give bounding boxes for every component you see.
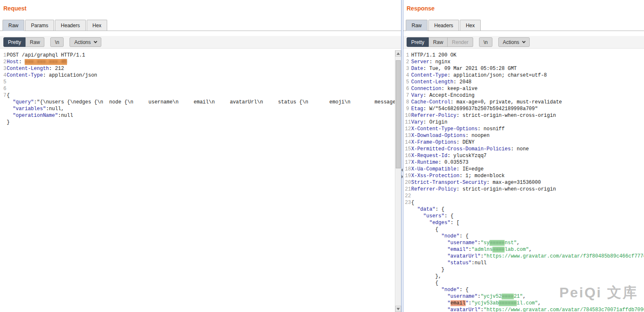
request-editor[interactable]: 1POST /api/graphql HTTP/1.12Host: xxx.xx…	[0, 50, 395, 312]
code-segment: X-Ua-Compatible	[411, 166, 456, 172]
code-segment: "	[447, 300, 450, 306]
line-number: 20	[403, 179, 411, 186]
code-segment: : nginx	[429, 59, 450, 65]
request-pretty-button[interactable]: Pretty	[3, 37, 26, 47]
code-line: "variables":null,	[0, 106, 395, 112]
line-number	[403, 293, 411, 300]
line-number: 2	[403, 59, 411, 65]
code-segment: :	[469, 247, 471, 253]
response-tab-headers[interactable]: Headers	[428, 20, 459, 31]
code-segment: : {	[459, 233, 469, 239]
splitter-collapse-left-icon[interactable]	[401, 168, 403, 172]
line-number	[403, 300, 411, 307]
request-tab-hex[interactable]: Hex	[87, 20, 107, 31]
code-segment	[411, 253, 447, 259]
code-line: 5Content-Length: 2048	[403, 79, 644, 85]
request-tab-headers[interactable]: Headers	[55, 20, 85, 31]
request-actions-button[interactable]: Actions	[70, 37, 101, 47]
response-raw-button[interactable]: Raw	[429, 37, 448, 47]
code-line: }	[403, 266, 644, 273]
code-line: {	[403, 280, 644, 286]
line-text: "status":null	[411, 260, 487, 266]
code-line: 3Content-Length: 212	[0, 65, 395, 72]
code-segment: "ycjv52	[481, 294, 502, 299]
code-segment: nst"	[505, 240, 517, 246]
line-number	[403, 206, 411, 213]
code-segment	[411, 233, 441, 239]
code-segment: "avatarUrl"	[447, 253, 480, 259]
line-number	[403, 219, 411, 226]
line-number	[403, 240, 411, 246]
code-segment: }	[411, 267, 444, 273]
line-text: "node": {	[411, 286, 469, 293]
line-text: }	[411, 266, 444, 273]
line-text: Strict-Transport-Security: max-age=31536…	[411, 179, 541, 186]
line-text: {	[411, 280, 438, 286]
code-line: "query":"{\nusers {\nedges {\n node {\n …	[0, 99, 395, 106]
code-segment: 21"	[514, 294, 523, 299]
code-line: 1HTTP/1.1 200 OK	[403, 52, 644, 59]
code-line: 20Strict-Transport-Security: max-age=315…	[403, 179, 644, 186]
response-newline-button[interactable]: \n	[479, 37, 492, 47]
code-line: 4Content-Type: application/json; charset…	[403, 72, 644, 79]
response-panel: Response Raw Headers Hex Pretty Raw Rend…	[403, 0, 644, 312]
scroll-up-icon[interactable]	[395, 50, 401, 57]
line-number: 1	[403, 52, 411, 59]
code-line: 21Referrer-Policy: strict-origin-when-cr…	[403, 186, 644, 193]
code-line: 7{	[0, 92, 395, 99]
line-text: Vary: Accept-Encoding	[411, 92, 474, 99]
code-line: {	[403, 226, 644, 233]
response-render-button: Render	[448, 37, 473, 47]
line-text: X-Content-Type-Options: nosniff	[411, 126, 505, 132]
code-segment	[7, 113, 13, 119]
code-segment: POST /api/graphql HTTP/1.1	[7, 52, 85, 58]
request-raw-button[interactable]: Raw	[26, 37, 44, 47]
line-number: 7	[0, 92, 7, 99]
response-pretty-button[interactable]: Pretty	[407, 37, 429, 47]
line-number: 14	[403, 139, 411, 146]
line-number: 22	[403, 193, 411, 199]
response-tab-hex[interactable]: Hex	[460, 20, 480, 31]
line-number: 4	[403, 72, 411, 79]
line-text: "variables":null,	[7, 106, 64, 112]
redacted-text: xxxxx	[489, 240, 505, 246]
line-text: }	[7, 119, 10, 126]
scrollbar-thumb[interactable]	[396, 60, 401, 168]
code-segment	[7, 99, 13, 105]
request-tab-raw[interactable]: Raw	[3, 20, 24, 31]
code-segment: "https://www.gravatar.com/avatar/784583c…	[484, 307, 644, 312]
code-segment: : strict-origin-when-cross-origin	[456, 113, 556, 119]
code-segment: X-Request-Id	[411, 153, 447, 159]
line-text: Cache-Control: max-age=0, private, must-…	[411, 99, 562, 106]
response-actions-button[interactable]: Actions	[498, 37, 530, 47]
scroll-down-icon[interactable]	[395, 306, 401, 312]
line-number	[0, 99, 7, 106]
code-line: 1POST /api/graphql HTTP/1.1	[0, 52, 395, 59]
response-tab-raw[interactable]: Raw	[406, 20, 428, 31]
line-number: 18	[403, 166, 411, 173]
request-scrollbar[interactable]	[395, 50, 401, 312]
code-line: 13X-Download-Options: noopen	[403, 132, 644, 139]
code-segment	[7, 106, 13, 112]
request-newline-button[interactable]: \n	[50, 37, 64, 47]
line-text: Server: nginx	[411, 59, 451, 65]
request-tab-params[interactable]: Params	[25, 20, 54, 31]
code-segment: Strict-Transport-Security	[411, 180, 487, 186]
line-text: Vary: Origin	[411, 119, 447, 126]
code-segment: : [	[451, 220, 460, 226]
code-segment: "ycjv53ab	[471, 300, 499, 306]
line-number: 9	[403, 106, 411, 112]
line-text: Date: Tue, 09 Mar 2021 05:05:28 GMT	[411, 65, 517, 72]
code-segment: ,	[529, 247, 532, 253]
code-line: 14X-Frame-Options: DENY	[403, 139, 644, 146]
code-segment: ,	[517, 240, 520, 246]
line-number	[403, 233, 411, 240]
code-segment: "operationName"	[13, 113, 58, 119]
code-line: 4Content-Type: application/json	[0, 72, 395, 79]
response-editor[interactable]: 1HTTP/1.1 200 OK2Server: nginx3Date: Tue…	[403, 50, 644, 312]
response-toolbar: Pretty Raw Render \n Actions	[403, 36, 644, 49]
code-segment: {	[411, 280, 438, 286]
code-segment: :	[477, 240, 480, 246]
line-number: 19	[403, 173, 411, 179]
code-segment: : application/json; charset=utf-8	[447, 72, 547, 78]
